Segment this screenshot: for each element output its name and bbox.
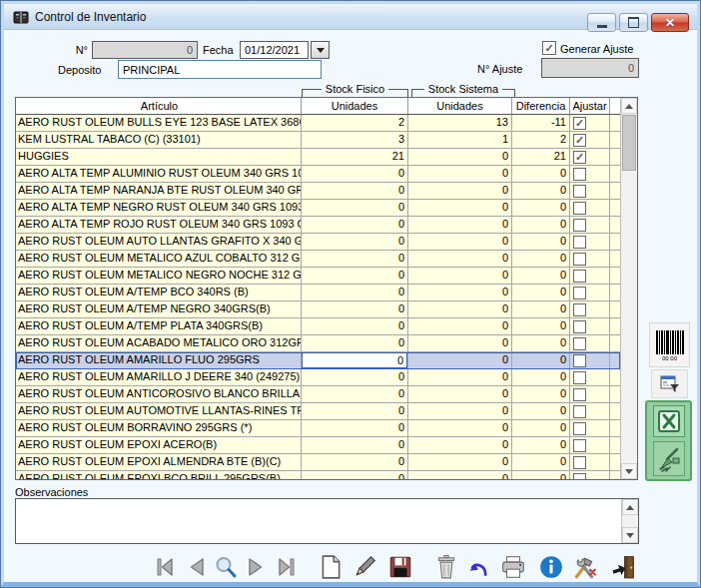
- ajustar-cell[interactable]: [570, 166, 610, 183]
- ajustar-cell[interactable]: [570, 132, 610, 149]
- article-cell[interactable]: AERO RUST OLEUM BULLS EYE 123 BASE LATEX…: [16, 115, 302, 132]
- stock-fisico-cell[interactable]: 0: [302, 301, 408, 318]
- column-header-ajustar[interactable]: Ajustar: [570, 98, 610, 114]
- stock-sistema-cell[interactable]: 0: [408, 149, 512, 166]
- stock-sistema-cell[interactable]: 0: [408, 234, 512, 251]
- ajustar-checkbox[interactable]: [573, 354, 586, 367]
- diferencia-cell[interactable]: 0: [512, 471, 570, 480]
- stock-fisico-edit-input[interactable]: [302, 352, 407, 368]
- diferencia-cell[interactable]: 0: [512, 403, 570, 420]
- ajustar-cell[interactable]: [570, 268, 610, 285]
- diferencia-cell[interactable]: 0: [512, 420, 570, 437]
- article-cell[interactable]: AERO RUST OLEUM METALICO NEGRO NOCHE 312…: [16, 268, 302, 285]
- article-cell[interactable]: AERO RUST OLEUM A/TEMP PLATA 340GRS(B): [16, 318, 302, 335]
- undo-button[interactable]: [462, 552, 492, 582]
- column-header-diferencia[interactable]: Diferencia: [512, 98, 570, 114]
- delete-button[interactable]: [431, 552, 461, 582]
- table-row[interactable]: AERO RUST OLEUM A/TEMP NEGRO 340GRS(B)00…: [16, 301, 620, 318]
- ajustar-cell[interactable]: [570, 183, 610, 200]
- article-cell[interactable]: AERO ALTA TEMP ROJO RUST OLEUM 340 GRS 1…: [16, 217, 302, 234]
- ajustar-checkbox[interactable]: [573, 202, 586, 215]
- diferencia-cell[interactable]: 0: [512, 386, 570, 403]
- ajustar-cell[interactable]: [570, 285, 610, 301]
- table-row[interactable]: AERO RUST OLEUM EPOXI ACERO(B)000: [16, 437, 620, 454]
- scroll-down-button[interactable]: [621, 463, 637, 479]
- stock-fisico-cell[interactable]: 0: [302, 183, 408, 200]
- obs-scroll-up-button[interactable]: [622, 499, 638, 515]
- stock-fisico-cell[interactable]: 0: [302, 369, 408, 386]
- ajustar-cell[interactable]: [570, 335, 610, 352]
- observaciones-scrollbar[interactable]: [621, 499, 638, 543]
- article-cell[interactable]: AERO RUST OLEUM AMARILLO FLUO 295GRS: [16, 352, 302, 369]
- maximize-button[interactable]: [619, 13, 648, 32]
- table-row[interactable]: AERO RUST OLEUM ANTICOROSIVO BLANCO BRIL…: [16, 386, 620, 403]
- article-cell[interactable]: AERO ALTA TEMP ALUMINIO RUST OLEUM 340 G…: [16, 166, 302, 183]
- stock-sistema-cell[interactable]: 0: [408, 386, 512, 403]
- stock-sistema-cell[interactable]: 0: [408, 318, 512, 335]
- ajustar-checkbox[interactable]: [573, 388, 586, 401]
- barcode-button[interactable]: 00 00: [649, 322, 690, 367]
- diferencia-cell[interactable]: 0: [512, 369, 570, 386]
- table-row[interactable]: AERO RUST OLEUM EPOXI BCO BRILL 295GRS(B…: [16, 471, 620, 480]
- stock-sistema-cell[interactable]: 0: [408, 200, 512, 217]
- ajustar-checkbox[interactable]: [573, 219, 586, 232]
- stock-fisico-cell[interactable]: 0: [302, 403, 408, 420]
- stock-fisico-cell[interactable]: 0: [302, 285, 408, 301]
- next-record-button[interactable]: [241, 552, 271, 582]
- ajustar-checkbox[interactable]: [573, 134, 586, 147]
- ajustar-cell[interactable]: [570, 369, 610, 386]
- article-cell[interactable]: AERO RUST OLEUM AUTOMOTIVE LLANTAS-RINES…: [16, 403, 302, 420]
- column-header-unidades-sistema[interactable]: Unidades: [408, 98, 512, 114]
- stock-fisico-cell[interactable]: 0: [302, 166, 408, 183]
- ajustar-cell[interactable]: [570, 217, 610, 234]
- diferencia-cell[interactable]: 0: [512, 318, 570, 335]
- table-row[interactable]: KEM LUSTRAL TABACO (C) (33101)312: [16, 132, 620, 149]
- table-row[interactable]: AERO ALTA TEMP ROJO RUST OLEUM 340 GRS 1…: [16, 217, 620, 234]
- stock-sistema-cell[interactable]: 0: [408, 301, 512, 318]
- ajustar-checkbox[interactable]: [573, 287, 586, 299]
- ajustar-cell[interactable]: [570, 420, 610, 437]
- search-button[interactable]: [211, 552, 241, 582]
- diferencia-cell[interactable]: 0: [512, 183, 570, 200]
- diferencia-cell[interactable]: 0: [512, 251, 570, 268]
- article-cell[interactable]: HUGGIES: [16, 149, 302, 166]
- diferencia-cell[interactable]: 0: [512, 437, 570, 454]
- diferencia-cell[interactable]: 0: [512, 352, 570, 369]
- ajustar-cell[interactable]: [570, 115, 610, 132]
- stock-sistema-cell[interactable]: 0: [408, 335, 512, 352]
- stock-fisico-cell[interactable]: 0: [302, 318, 408, 335]
- column-header-articulo[interactable]: Artículo: [16, 98, 302, 114]
- ajustar-checkbox[interactable]: [573, 439, 586, 452]
- article-cell[interactable]: AERO RUST OLEUM BORRAVINO 295GRS (*): [16, 420, 302, 437]
- scroll-up-button[interactable]: [621, 98, 637, 114]
- stock-fisico-cell[interactable]: 0: [302, 200, 408, 217]
- stock-fisico-cell[interactable]: 0: [302, 471, 408, 480]
- stock-fisico-cell[interactable]: 0: [302, 234, 408, 251]
- ajustar-checkbox[interactable]: [573, 185, 586, 198]
- table-row[interactable]: AERO RUST OLEUM AUTO LLANTAS GRAFITO X 3…: [16, 234, 620, 251]
- stock-fisico-cell[interactable]: 0: [302, 454, 408, 471]
- ajustar-checkbox[interactable]: [573, 168, 586, 181]
- table-row[interactable]: AERO RUST OLEUM ACABADO METALICO ORO 312…: [16, 335, 620, 352]
- stock-fisico-cell[interactable]: 0: [302, 268, 408, 285]
- stock-fisico-cell[interactable]: 21: [302, 149, 408, 166]
- table-row[interactable]: AERO RUST OLEUM AMARILLO FLUO 295GRS00: [16, 352, 620, 369]
- article-cell[interactable]: AERO RUST OLEUM A/TEMP BCO 340RS (B): [16, 285, 302, 301]
- table-row[interactable]: AERO RUST OLEUM AMARILLO J DEERE 340 (24…: [16, 369, 620, 386]
- diferencia-cell[interactable]: -11: [512, 115, 570, 132]
- article-cell[interactable]: AERO RUST OLEUM EPOXI ALMENDRA BTE (B)(C…: [16, 454, 302, 471]
- ajustar-checkbox[interactable]: [573, 422, 586, 435]
- table-row[interactable]: AERO RUST OLEUM AUTOMOTIVE LLANTAS-RINES…: [16, 403, 620, 420]
- previous-record-button[interactable]: [182, 552, 212, 582]
- stock-sistema-cell[interactable]: 0: [408, 454, 512, 471]
- ajustar-cell[interactable]: [570, 471, 610, 480]
- diferencia-cell[interactable]: 0: [512, 234, 570, 251]
- save-button[interactable]: [385, 552, 415, 582]
- table-row[interactable]: AERO RUST OLEUM A/TEMP BCO 340RS (B)000: [16, 285, 620, 301]
- diferencia-cell[interactable]: 0: [512, 301, 570, 318]
- table-row[interactable]: AERO RUST OLEUM A/TEMP PLATA 340GRS(B)00…: [16, 318, 620, 335]
- article-cell[interactable]: AERO RUST OLEUM ANTICOROSIVO BLANCO BRIL…: [16, 386, 302, 403]
- stock-sistema-cell[interactable]: 0: [408, 352, 512, 369]
- column-header-unidades-fisico[interactable]: Unidades: [302, 98, 408, 114]
- diferencia-cell[interactable]: 0: [512, 454, 570, 471]
